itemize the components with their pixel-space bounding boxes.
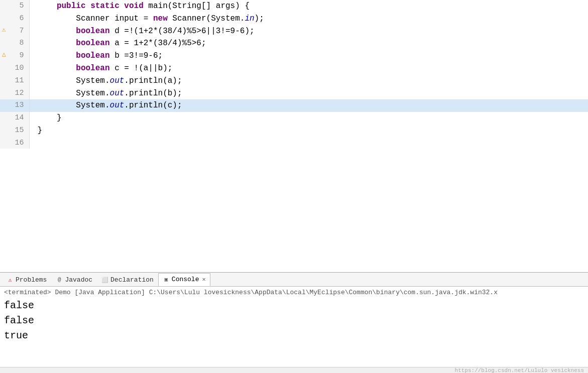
line-marker xyxy=(0,125,8,137)
tab-console[interactable]: ▣Console✕ xyxy=(158,273,210,286)
code-scroll-area[interactable]: 5 public static void main(String[] args)… xyxy=(0,0,588,272)
horizontal-scrollbar[interactable] xyxy=(0,272,588,273)
line-number: 11 xyxy=(8,75,29,87)
console-output: falsefalsetrue xyxy=(4,298,584,343)
problems-tab-label: Problems xyxy=(16,276,47,284)
javadoc-tab-icon: @ xyxy=(56,276,63,283)
line-marker xyxy=(0,13,8,25)
line-number: 16 xyxy=(8,137,29,149)
warning-triangle-icon: △ xyxy=(2,51,6,58)
line-content: System.out.println(b); xyxy=(29,87,588,100)
problems-tab-icon: ⚠ xyxy=(7,276,14,283)
console-scrollbar-bottom[interactable]: https://blog.csdn.net/Lululo vesickness xyxy=(0,367,588,373)
code-table: 5 public static void main(String[] args)… xyxy=(0,0,588,149)
line-marker xyxy=(0,87,8,100)
line-marker: △ xyxy=(0,50,8,62)
declaration-tab-icon: ⬜ xyxy=(101,276,108,283)
warning-icon: ⚠ xyxy=(2,26,6,34)
line-number: 12 xyxy=(8,87,29,100)
line-marker xyxy=(0,112,8,125)
line-number: 9 xyxy=(8,50,29,62)
line-marker xyxy=(0,0,8,13)
javadoc-tab-label: Javadoc xyxy=(65,276,92,284)
line-marker: ⚠ xyxy=(0,25,8,38)
line-number: 5 xyxy=(8,0,29,13)
line-marker xyxy=(0,37,8,50)
line-marker xyxy=(0,137,8,149)
line-content: boolean d =!(1+2*(38/4)%5>6||3!=9-6); xyxy=(29,25,588,38)
line-content: boolean a = 1+2*(38/4)%5>6; xyxy=(29,37,588,50)
line-number: 8 xyxy=(8,37,29,50)
tab-javadoc[interactable]: @Javadoc xyxy=(51,273,97,286)
console-content: <terminated> Demo [Java Application] C:\… xyxy=(0,287,588,367)
line-content: boolean c = !(a||b); xyxy=(29,62,588,75)
line-content xyxy=(29,137,588,149)
line-number: 14 xyxy=(8,112,29,125)
tab-declaration[interactable]: ⬜Declaration xyxy=(97,273,158,286)
line-content: } xyxy=(29,125,588,137)
bottom-panel: ⚠Problems@Javadoc⬜Declaration▣Console✕ <… xyxy=(0,273,588,373)
line-number: 6 xyxy=(8,13,29,25)
line-marker xyxy=(0,62,8,75)
line-number: 7 xyxy=(8,25,29,38)
line-marker xyxy=(0,99,8,112)
console-output-line: false xyxy=(4,298,584,313)
line-content: System.out.println(a); xyxy=(29,75,588,87)
line-content: } xyxy=(29,112,588,125)
line-content: System.out.println(c); xyxy=(29,99,588,112)
line-number: 10 xyxy=(8,62,29,75)
tabs-bar: ⚠Problems@Javadoc⬜Declaration▣Console✕ xyxy=(0,273,588,287)
line-marker xyxy=(0,75,8,87)
watermark: https://blog.csdn.net/Lululo vesickness xyxy=(455,367,584,374)
console-status-line: <terminated> Demo [Java Application] C:\… xyxy=(4,289,584,296)
line-content: boolean b =3!=9-6; xyxy=(29,50,588,62)
console-tab-icon: ▣ xyxy=(163,276,170,283)
tab-problems[interactable]: ⚠Problems xyxy=(2,273,51,286)
declaration-tab-label: Declaration xyxy=(110,276,154,284)
line-content: Scanner input = new Scanner(System.in); xyxy=(29,13,588,25)
code-editor: 5 public static void main(String[] args)… xyxy=(0,0,588,273)
console-tab-close[interactable]: ✕ xyxy=(202,276,205,283)
line-number: 15 xyxy=(8,125,29,137)
console-tab-label: Console xyxy=(172,276,199,283)
console-output-line: true xyxy=(4,328,584,343)
line-number: 13 xyxy=(8,99,29,112)
console-output-line: false xyxy=(4,313,584,328)
line-content: public static void main(String[] args) { xyxy=(29,0,588,13)
